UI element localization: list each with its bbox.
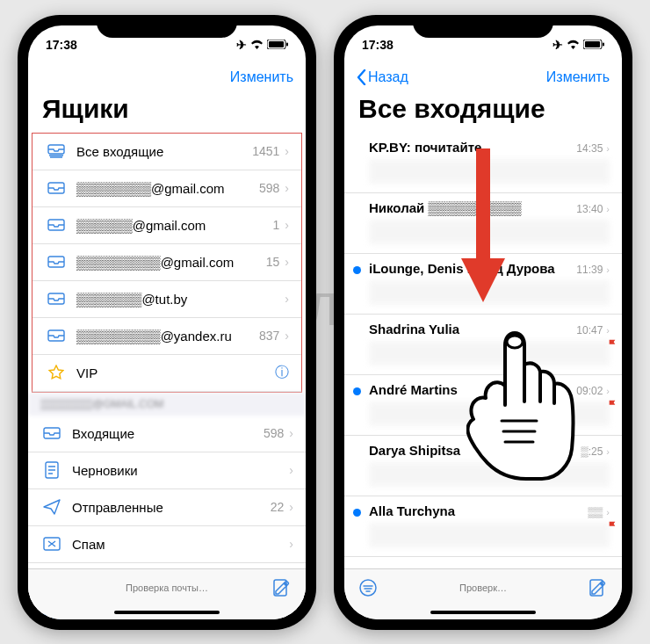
pointing-hand-icon bbox=[466, 324, 581, 482]
svg-rect-17 bbox=[603, 43, 604, 47]
message-preview bbox=[369, 523, 610, 547]
chevron-right-icon: › bbox=[285, 218, 289, 232]
folder-row[interactable]: Отправленные22› bbox=[28, 489, 306, 526]
info-icon[interactable]: ⓘ bbox=[275, 364, 289, 382]
unread-dot bbox=[353, 266, 361, 274]
notch bbox=[413, 15, 553, 38]
chevron-left-icon bbox=[357, 69, 366, 85]
chevron-right-icon: › bbox=[285, 329, 289, 343]
mailbox-label: ▒▒▒▒▒▒@gmail.com bbox=[68, 218, 273, 233]
wifi-icon bbox=[250, 40, 264, 49]
chevron-right-icon: › bbox=[606, 264, 610, 275]
home-indicator bbox=[430, 611, 536, 614]
mailbox-label: ▒▒▒▒▒▒▒▒@gmail.com bbox=[68, 181, 259, 196]
filter-icon[interactable] bbox=[358, 578, 378, 597]
folder-count: 598 bbox=[264, 426, 284, 440]
unread-dot bbox=[353, 387, 361, 395]
mailbox-count: 837 bbox=[259, 329, 279, 343]
mailbox-count: 598 bbox=[259, 181, 279, 195]
folder-label: Черновики bbox=[63, 463, 284, 478]
star-icon bbox=[45, 365, 68, 380]
battery-icon bbox=[583, 40, 604, 49]
folder-label: Отправленные bbox=[63, 500, 271, 515]
edit-button[interactable]: Изменить bbox=[546, 69, 610, 85]
chevron-right-icon: › bbox=[289, 426, 293, 440]
accounts-highlight: Все входящие1451›▒▒▒▒▒▒▒▒@gmail.com598›▒… bbox=[32, 133, 302, 393]
phone-left: 17:38 ✈︎ Изменить Ящики Все входящие1451… bbox=[18, 15, 316, 630]
message-time: 13:40 bbox=[576, 203, 603, 215]
airplane-icon: ✈︎ bbox=[236, 38, 247, 52]
toolbar-status: Проверка почты… bbox=[126, 582, 208, 593]
mailbox-row[interactable]: ▒▒▒▒▒▒▒▒▒@gmail.com15› bbox=[32, 244, 301, 281]
chevron-right-icon: › bbox=[606, 386, 610, 396]
mailbox-label: ▒▒▒▒▒▒▒▒▒@yandex.ru bbox=[68, 329, 259, 344]
chevron-right-icon: › bbox=[285, 292, 289, 306]
inbox-icon bbox=[45, 219, 68, 231]
airplane-icon: ✈︎ bbox=[552, 38, 563, 52]
mailbox-count: 1451 bbox=[252, 144, 279, 158]
svg-point-20 bbox=[360, 580, 376, 596]
inbox-icon bbox=[45, 182, 68, 194]
flag-icon bbox=[608, 339, 617, 348]
page-title: Все входящие bbox=[344, 90, 622, 133]
folder-row[interactable]: Спам› bbox=[28, 526, 306, 563]
compose-icon[interactable] bbox=[272, 578, 292, 597]
chevron-right-icon: › bbox=[285, 181, 289, 195]
nav-bar: Назад Изменить bbox=[344, 64, 622, 90]
chevron-right-icon: › bbox=[606, 446, 610, 457]
chevron-right-icon: › bbox=[606, 204, 610, 214]
folder-label: Спам bbox=[63, 537, 284, 552]
chevron-right-icon: › bbox=[606, 507, 610, 517]
mailbox-row[interactable]: ▒▒▒▒▒▒▒▒▒@yandex.ru837› bbox=[32, 318, 301, 355]
chevron-right-icon: › bbox=[606, 143, 610, 154]
folder-row[interactable]: Черновики› bbox=[28, 452, 306, 489]
mailbox-row[interactable]: VIPⓘ bbox=[32, 355, 301, 392]
compose-icon[interactable] bbox=[589, 578, 608, 597]
inbox-icon bbox=[45, 256, 68, 268]
inbox-icon bbox=[40, 427, 63, 439]
chevron-right-icon: › bbox=[285, 144, 289, 158]
message-sender: Shadrina Yulia bbox=[369, 322, 459, 336]
back-label: Назад bbox=[368, 69, 408, 85]
chevron-right-icon: › bbox=[289, 537, 293, 551]
svg-point-19 bbox=[507, 336, 523, 348]
chevron-right-icon: › bbox=[606, 325, 610, 336]
mailbox-count: 1 bbox=[273, 218, 280, 232]
edit-button[interactable]: Изменить bbox=[230, 69, 293, 85]
message-time: 11:39 bbox=[576, 264, 603, 276]
swipe-down-arrow bbox=[457, 148, 509, 307]
mailbox-row[interactable]: ▒▒▒▒▒▒▒▒@gmail.com598› bbox=[32, 170, 301, 207]
chevron-right-icon: › bbox=[285, 255, 289, 269]
mailbox-row[interactable]: Все входящие1451› bbox=[32, 134, 301, 170]
nav-bar: Изменить bbox=[28, 64, 306, 90]
svg-rect-16 bbox=[585, 41, 600, 47]
message-time: ▒▒ bbox=[588, 506, 603, 518]
svg-rect-1 bbox=[269, 41, 284, 47]
folder-label: Входящие bbox=[63, 426, 264, 441]
notch bbox=[97, 15, 237, 38]
message-row[interactable]: Alla Turchyna▒▒› bbox=[344, 496, 622, 557]
section-header: ▒▒▒▒▒▒▒@GMAIL.COM bbox=[28, 393, 306, 416]
status-time: 17:38 bbox=[362, 38, 394, 52]
draft-icon bbox=[40, 461, 63, 479]
flag-icon bbox=[608, 400, 617, 409]
chevron-right-icon: › bbox=[289, 500, 293, 514]
battery-icon bbox=[267, 40, 288, 49]
page-title: Ящики bbox=[28, 90, 306, 133]
folder-row[interactable]: Входящие598› bbox=[28, 416, 306, 452]
folder-count: 22 bbox=[271, 500, 285, 514]
status-time: 17:38 bbox=[46, 38, 77, 52]
inbox-icon bbox=[45, 293, 68, 305]
all-inbox-icon bbox=[45, 144, 68, 158]
back-button[interactable]: Назад bbox=[357, 69, 408, 85]
flag-icon bbox=[608, 521, 617, 530]
mailbox-row[interactable]: ▒▒▒▒▒▒▒@tut.by› bbox=[32, 281, 301, 318]
sent-icon bbox=[40, 499, 63, 515]
inbox-icon bbox=[45, 329, 68, 342]
toolbar-status: Проверк… bbox=[459, 582, 507, 593]
mailbox-label: Все входящие bbox=[68, 144, 252, 159]
message-time: 14:35 bbox=[576, 142, 603, 155]
mailbox-row[interactable]: ▒▒▒▒▒▒@gmail.com1› bbox=[32, 207, 301, 244]
mailbox-label: ▒▒▒▒▒▒▒▒▒@gmail.com bbox=[68, 255, 266, 270]
wifi-icon bbox=[567, 40, 580, 49]
